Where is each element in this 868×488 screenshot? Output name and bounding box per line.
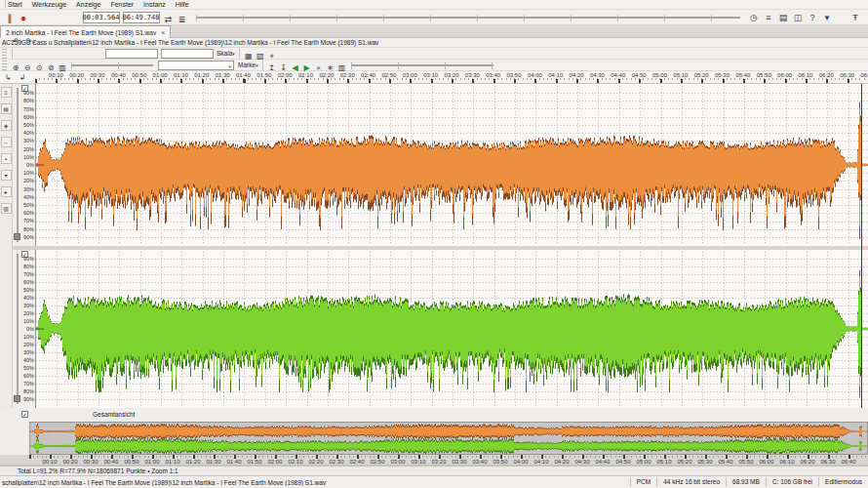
snap-return-icon[interactable]: ↲ — [17, 71, 28, 83]
status-edit-mode: Editiermodus — [818, 477, 868, 487]
percent-label: 70% — [23, 271, 34, 277]
edit-toolbar: ↶▾↷▾✂⧉▣▨⋈×⌦⊐ Skala ▾ ▦▧⌖ — [0, 48, 868, 60]
track-tool-7-icon[interactable]: ▸ — [1, 186, 12, 197]
percent-label: 80% — [23, 388, 34, 394]
track-tool-8-icon[interactable]: ▥ — [1, 203, 12, 214]
percent-label: 60% — [23, 279, 34, 285]
status-bar: schallplatten\12 inch Martika - I Feel T… — [0, 475, 868, 488]
ruler-time-label: 06:40 — [835, 459, 862, 465]
menu-hilfe[interactable]: Hilfe — [171, 1, 194, 8]
vertical-zoom-handle-left[interactable] — [14, 233, 20, 240]
percent-label: 40% — [23, 357, 34, 363]
percent-label: 80% — [23, 264, 34, 269]
percent-label: 20% — [23, 342, 34, 347]
track-tool-4-icon[interactable]: ↔ — [1, 137, 12, 147]
percent-label: 10% — [23, 334, 34, 340]
undo-dropdown-icon[interactable]: ▾ — [20, 39, 22, 45]
percent-label: 90% — [23, 256, 34, 262]
toolbar-grip[interactable] — [2, 61, 7, 70]
main-toolbar: ◎□▱▾▤▾▥▾∥●▶▾|◀◀◀◀▶▶▶▶| 00:03.564 06:49.7… — [0, 10, 868, 25]
overview-waveform[interactable] — [30, 423, 867, 454]
skala-dropdown-icon[interactable]: ▾ — [232, 51, 235, 57]
zero-level-handle-right[interactable] — [35, 328, 44, 330]
history-icon[interactable]: ◷ — [747, 11, 761, 24]
zoom-toolbar: ⊕⊖⊙⊚▥ ▾ Marke ▾ ↥↧◀▶×∗▥ — [0, 60, 868, 71]
audio-editor-window: Start Werkzeuge Anzeige Fenster Instanz … — [0, 0, 868, 488]
ruler-time-label: 06:40 — [854, 72, 868, 78]
mixer-icon[interactable]: ≣ — [176, 13, 189, 26]
tab-close-icon[interactable]: × — [161, 29, 165, 36]
waveform-panel: ≡▤◈↔▪▾▸▥ ✓ ✓ 90%80%70%60%50%40%30%20%10%… — [0, 84, 868, 408]
redo-dropdown-icon[interactable]: ▾ — [33, 39, 36, 45]
status-file-path: schallplatten\12 inch Martika - I Feel T… — [2, 479, 630, 486]
percent-label: 50% — [23, 287, 34, 293]
waveform-right-channel[interactable] — [35, 250, 868, 408]
selection-info-row: Total L=91.2% R=77.9% N=18069871 Punkte … — [0, 466, 868, 475]
menu-instanz[interactable]: Instanz — [138, 1, 171, 8]
percent-label: 20% — [23, 310, 34, 316]
stop-icon[interactable]: ∥ — [3, 12, 17, 25]
preset-combo[interactable]: ▾ — [158, 61, 234, 70]
combo-dropdown-icon[interactable]: ▾ — [228, 63, 231, 69]
status-file-size: 68.93 MB — [726, 477, 766, 487]
track-tool-strip: ≡▤◈↔▪▾▸▥ — [0, 84, 13, 408]
position-slider[interactable] — [194, 12, 742, 23]
snap-in-icon[interactable]: ↳ — [2, 71, 14, 83]
loop-icon[interactable]: ⇄ — [162, 13, 176, 26]
zero-level-handle-left[interactable] — [35, 164, 44, 166]
marke-dropdown-icon[interactable]: ▾ — [256, 62, 258, 68]
separator — [239, 48, 240, 59]
overview-label: Gesamtansicht — [93, 411, 135, 418]
skala-label[interactable]: Skala — [217, 50, 232, 57]
overview-ruler[interactable]: 00:1000:2000:3000:4000:5001:0001:1001:20… — [0, 455, 868, 466]
monitor-icon[interactable]: ◫ — [791, 11, 805, 24]
playback-cursor[interactable] — [861, 84, 862, 408]
ruler-ticks — [35, 78, 868, 83]
marker-slider[interactable] — [349, 60, 495, 71]
menu-bar: Start Werkzeuge Anzeige Fenster Instanz … — [0, 0, 868, 10]
time-total-display: 06:49.748 — [123, 12, 160, 23]
vertical-zoom-track-right[interactable] — [17, 254, 19, 404]
time-ruler[interactable]: ↳↲ 00:1000:2000:3000:4000:5001:0001:1001… — [0, 71, 868, 84]
track-tool-2-icon[interactable]: ▤ — [1, 103, 12, 114]
separator — [262, 60, 263, 70]
separator — [5, 0, 6, 8]
notes-icon[interactable]: ▤ — [776, 11, 790, 24]
percent-label: 90% — [23, 396, 34, 402]
selection-start-input[interactable] — [105, 49, 158, 59]
toolbar-grip[interactable] — [2, 49, 7, 59]
percent-label: 30% — [23, 349, 34, 355]
percent-label: 0% — [26, 326, 34, 332]
track-tool-1-icon[interactable]: ≡ — [1, 87, 12, 98]
record-icon[interactable]: ● — [17, 12, 30, 25]
track-tool-5-icon[interactable]: ▪ — [1, 153, 12, 164]
help-icon[interactable]: ? — [806, 11, 819, 24]
selection-length-input[interactable] — [161, 49, 214, 59]
more-dropdown-icon[interactable]: ▾ — [820, 11, 834, 24]
track-tool-3-icon[interactable]: ◈ — [1, 120, 12, 131]
overview-checkbox[interactable]: ✓ — [21, 411, 28, 418]
menu-fenster[interactable]: Fenster — [105, 1, 138, 8]
overview-box[interactable] — [29, 422, 868, 455]
status-sample-details: 44 kHz 16 bit stereo — [656, 477, 726, 487]
playlist-icon[interactable]: ≡ — [762, 11, 775, 24]
document-title-row: AC150GB Cass u Schallplatten\12 inch Mar… — [0, 38, 868, 48]
pin-icon[interactable]: Ŧ — [848, 11, 862, 24]
time-position-display: 00:03.564 — [83, 12, 120, 23]
percent-label: 40% — [23, 295, 34, 301]
status-format: PCM — [630, 477, 656, 487]
percent-label: 10% — [23, 318, 34, 324]
marke-label[interactable]: Marke — [238, 61, 256, 68]
vertical-zoom-handle-right[interactable] — [14, 395, 20, 402]
tab-bar: 2 inch Martika - I Feel The Earth Move (… — [0, 25, 868, 38]
waveform-left-channel[interactable] — [35, 84, 868, 246]
overview-header: ✓ Gesamtansicht — [0, 409, 868, 421]
percent-label: 30% — [23, 303, 34, 308]
percent-label: 70% — [23, 381, 34, 386]
zoom-slider[interactable] — [69, 60, 155, 71]
selection-info-text: Total L=91.2% R=77.9% N=18069871 Punkte … — [18, 468, 178, 474]
status-disk-free: C: 106 GB frei — [766, 477, 818, 487]
percent-label: 60% — [23, 373, 34, 379]
track-tool-6-icon[interactable]: ▾ — [1, 170, 12, 181]
vertical-zoom-track-left[interactable] — [17, 88, 19, 242]
